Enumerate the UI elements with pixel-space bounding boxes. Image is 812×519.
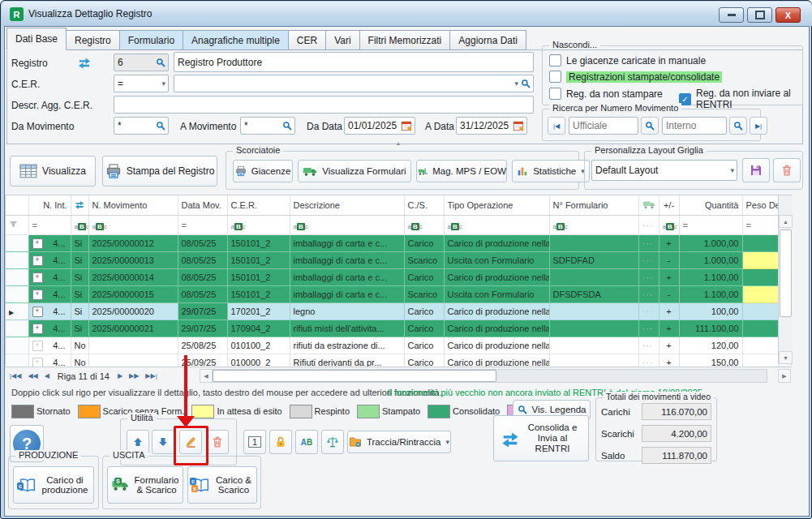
descr-agg-field[interactable] (114, 96, 534, 114)
stampa-registro-button[interactable]: Stampa del Registro (102, 156, 217, 187)
column-header-1[interactable]: N. Int. (28, 195, 71, 216)
grid-row[interactable]: +4...Si2025/0000001408/05/25150101_2imba… (6, 269, 778, 286)
descr-agg-input[interactable] (114, 99, 533, 110)
a-data-field[interactable] (456, 117, 527, 135)
column-header-3[interactable]: N. Movimento (88, 195, 178, 216)
save-layout-button[interactable] (742, 158, 770, 182)
tab-filtri-memorizzati[interactable]: Filtri Memorizzati (360, 30, 451, 50)
weigh-button[interactable] (321, 430, 344, 454)
visualizza-formulari-button[interactable]: Visualizza Formulari (298, 160, 411, 182)
tab-vari[interactable]: Vari (326, 30, 359, 50)
eq-filter-cell[interactable]: = (28, 216, 71, 235)
funnel-filter-cell[interactable] (6, 216, 28, 235)
da-data-input[interactable] (345, 120, 401, 131)
first-page-icon[interactable]: |◀◀ (10, 372, 21, 380)
abc-filter-cell[interactable]: aBc (88, 216, 178, 235)
grid-row[interactable]: +4...Si2025/0000002129/07/25170904_2rifi… (6, 320, 778, 337)
delete-button[interactable] (206, 430, 229, 454)
eq-filter-cell[interactable]: = (178, 216, 227, 235)
checkbox-label[interactable]: Reg. da non stampare (566, 88, 663, 100)
column-header-8[interactable]: Tipo Operazione (444, 195, 549, 216)
mag-mps-eow-button[interactable]: Mag. MPS / EOW (416, 160, 507, 182)
giacenze-button[interactable]: Giacenze (233, 160, 293, 182)
grid-row[interactable]: +4...Si2025/0000001208/05/25150101_2imba… (6, 235, 778, 252)
consolida-invia-rentri-button[interactable]: Consolida e Invia al RENTRI (493, 415, 589, 461)
scrollbar-thumb[interactable] (780, 229, 792, 317)
column-header-4[interactable]: Data Mov. (178, 195, 227, 216)
da-movimento-field[interactable] (114, 117, 169, 135)
abc-filter-cell[interactable]: aBc (549, 216, 638, 235)
statistiche-button[interactable]: Statistiche ▾ (512, 160, 590, 182)
carico-produzione-button[interactable]: c Carico di produzione (13, 466, 94, 504)
expand-icon[interactable]: + (32, 341, 43, 351)
expand-icon[interactable]: + (32, 324, 43, 334)
tab-anagrafiche-multiple[interactable]: Anagrafiche multiple (183, 30, 289, 50)
tab-formulario[interactable]: Formulario (120, 30, 183, 50)
grid-row[interactable]: ▶+4...Si2025/0000002029/07/25170201_2leg… (6, 303, 778, 320)
visualizza-button[interactable]: Visualizza (10, 156, 96, 187)
da-data-field[interactable] (344, 117, 415, 135)
chevron-down-icon[interactable]: ▾ (514, 79, 518, 88)
scroll-up-icon[interactable]: ▲ (779, 215, 793, 228)
scroll-left-icon[interactable]: ◀ (200, 369, 213, 383)
swap-icon[interactable] (78, 56, 91, 69)
column-header-5[interactable]: C.E.R. (227, 195, 290, 216)
calendar-icon[interactable] (513, 120, 524, 131)
da-movimento-input[interactable] (114, 120, 156, 131)
cer-field[interactable]: ▾ (174, 75, 534, 92)
checkbox-label[interactable]: Le giacenze caricate in manuale (566, 55, 706, 66)
chevron-down-icon[interactable]: ▾ (161, 79, 165, 88)
abc-filter-cell[interactable]: aBc (227, 216, 290, 235)
next-page-group-icon[interactable]: ▶▶ (129, 372, 139, 380)
prev-row-icon[interactable]: ◀ (45, 372, 49, 380)
swap-icon[interactable] (71, 195, 88, 216)
ufficiale-field[interactable] (569, 117, 638, 135)
next-row-icon[interactable]: ▶ (118, 372, 122, 380)
eq-filter-cell[interactable]: = (742, 216, 778, 235)
a-movimento-input[interactable] (241, 120, 282, 131)
expand-icon[interactable]: + (32, 238, 43, 249)
numbering-button[interactable]: 1 (243, 430, 266, 454)
column-header-7[interactable]: C./S. (404, 195, 444, 216)
cer-operator-combo[interactable]: ▾ (114, 75, 169, 92)
grid-table[interactable]: N. Int.N. MovimentoData Mov.C.E.R.Descri… (6, 195, 779, 371)
column-header-6[interactable]: Descrizione (290, 195, 404, 216)
hscrollbar-thumb[interactable] (213, 370, 496, 382)
last-record-button[interactable]: ▶| (750, 117, 767, 135)
cer-input[interactable] (174, 78, 514, 89)
interno-field[interactable] (662, 117, 727, 135)
abc-filter-cell[interactable]: aBc (659, 216, 679, 235)
grid-row[interactable]: +4...No25/08/25010100_2rifiuti da estraz… (6, 337, 778, 354)
registro-input[interactable] (114, 57, 156, 68)
chevron-down-icon[interactable]: ▾ (730, 166, 734, 174)
abc-filter-cell[interactable]: aBc (404, 216, 444, 235)
delete-layout-button[interactable] (773, 158, 801, 182)
restore-button[interactable] (747, 7, 772, 23)
checkbox-reg-non-stampare[interactable] (549, 88, 561, 100)
abc-filter-cell[interactable]: aBc (444, 216, 549, 235)
search-icon[interactable] (156, 121, 165, 131)
layout-combo[interactable]: ▾ (591, 160, 737, 181)
grid-row[interactable]: +4...Si2025/0000001308/05/25150101_2imba… (6, 252, 778, 269)
column-header-0[interactable] (6, 195, 28, 216)
checkbox-label[interactable]: Reg. da non inviare al RENTRI (696, 88, 802, 110)
truck-icon[interactable] (638, 195, 659, 216)
first-record-button[interactable]: |◀ (548, 117, 565, 135)
tab-dati-base[interactable]: Dati Base (6, 28, 67, 50)
move-down-button[interactable] (152, 430, 174, 454)
scroll-down-icon[interactable]: ▼ (779, 351, 793, 364)
collapse-splitter[interactable]: ▲ (389, 139, 407, 146)
checkbox-label-highlighted[interactable]: Registrazioni stampate/consolidate (566, 71, 722, 83)
grid-row[interactable]: +4...Si2025/0000001508/05/25150101_2imba… (6, 286, 778, 303)
tab-registro[interactable]: Registro (67, 30, 120, 50)
expand-icon[interactable]: + (32, 307, 43, 317)
rename-ab-button[interactable]: AB (295, 430, 318, 454)
search-interno-button[interactable] (729, 117, 747, 135)
registro-field[interactable] (114, 54, 169, 71)
column-header-13[interactable]: Peso Destino (742, 195, 778, 216)
column-header-9[interactable]: N° Formulario (549, 195, 638, 216)
a-movimento-field[interactable] (240, 117, 295, 135)
interno-input[interactable] (663, 120, 726, 131)
tab-aggiorna-dati[interactable]: Aggiorna Dati (450, 30, 526, 50)
expand-icon[interactable]: + (32, 272, 43, 283)
